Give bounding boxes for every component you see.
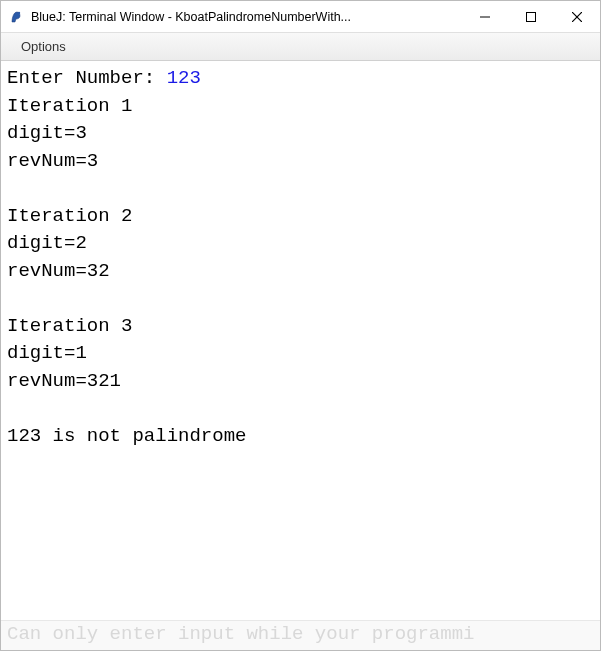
- output-line: Iteration 3: [7, 315, 132, 337]
- status-bar: Can only enter input while your programm…: [1, 620, 600, 650]
- user-input: 123: [167, 67, 201, 89]
- titlebar: BlueJ: Terminal Window - KboatPalindrome…: [1, 1, 600, 33]
- bluej-icon: [9, 9, 25, 25]
- svg-rect-2: [527, 12, 536, 21]
- menu-options[interactable]: Options: [13, 35, 74, 58]
- maximize-button[interactable]: [508, 1, 554, 32]
- menubar: Options: [1, 33, 600, 61]
- svg-point-0: [18, 11, 20, 13]
- output-line: Iteration 1: [7, 95, 132, 117]
- output-line: revNum=32: [7, 260, 110, 282]
- output-line: revNum=321: [7, 370, 121, 392]
- close-button[interactable]: [554, 1, 600, 32]
- output-line: digit=1: [7, 342, 87, 364]
- status-text: Can only enter input while your programm…: [7, 623, 474, 645]
- window-title: BlueJ: Terminal Window - KboatPalindrome…: [31, 10, 462, 24]
- output-line: 123 is not palindrome: [7, 425, 246, 447]
- terminal-output[interactable]: Enter Number: 123 Iteration 1 digit=3 re…: [1, 61, 600, 618]
- output-line: digit=2: [7, 232, 87, 254]
- prompt-text: Enter Number:: [7, 67, 167, 89]
- minimize-button[interactable]: [462, 1, 508, 32]
- output-line: revNum=3: [7, 150, 98, 172]
- window-controls: [462, 1, 600, 32]
- output-line: digit=3: [7, 122, 87, 144]
- output-line: Iteration 2: [7, 205, 132, 227]
